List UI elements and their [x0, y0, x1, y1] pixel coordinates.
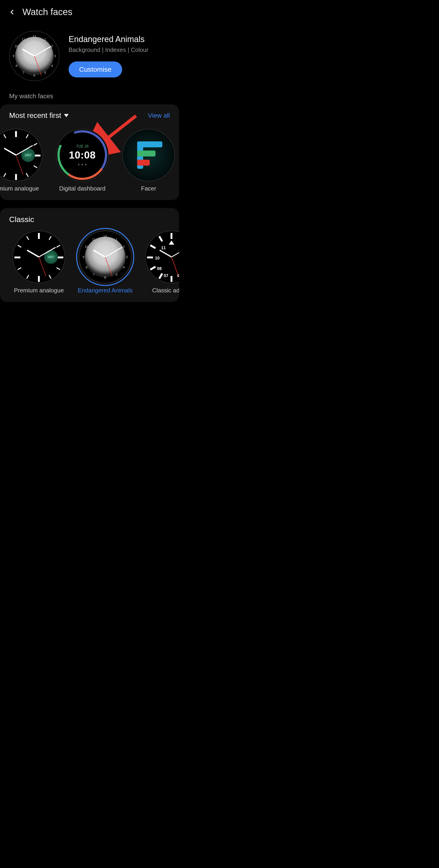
page-title: Watch faces: [22, 7, 72, 17]
watch-face-item[interactable]: Facer: [119, 129, 178, 192]
current-face-title: Endangered Animals: [68, 34, 170, 44]
current-face-subtitle: Background | Indexes | Colour: [68, 46, 170, 54]
watch-face-item[interactable]: 11 01 10 08 07 05 WED Classic advent: [142, 231, 179, 294]
watch-face-label: Digital dashboard: [59, 185, 106, 192]
my-watch-faces-label: My watch faces: [0, 90, 179, 104]
watch-face-item[interactable]: 12 1 2 3 4 5 6 7 8 9 10 11 Endangered An…: [76, 231, 135, 294]
classic-title: Classic: [0, 215, 179, 226]
my-watch-faces-panel: Most recent first View all: [0, 104, 179, 200]
watch-face-label: Premium analogue: [14, 287, 64, 294]
sort-label: Most recent first: [9, 111, 61, 120]
watch-face-item[interactable]: TUE 28 10:08 ▲ ▲ ▲ Digital dashboard: [53, 129, 112, 192]
view-all-link[interactable]: View all: [148, 112, 170, 119]
watch-face-item[interactable]: 3457 remium analogue: [0, 129, 46, 192]
facer-logo-icon: [135, 142, 162, 169]
sort-dropdown[interactable]: Most recent first: [9, 111, 68, 120]
current-face-preview[interactable]: 12 1 2 3 4 5 6 7 8 9 10 11: [9, 31, 59, 81]
classic-panel: Classic 3457: [0, 208, 179, 302]
watch-face-label: remium analogue: [0, 185, 39, 192]
back-icon[interactable]: [9, 9, 16, 15]
watch-face-item[interactable]: 3457 Premium analogue: [9, 231, 68, 294]
watch-face-label: Classic advent: [152, 287, 179, 294]
customise-button[interactable]: Customise: [68, 61, 122, 78]
watch-face-label: Facer: [141, 185, 156, 192]
current-watch-face: 12 1 2 3 4 5 6 7 8 9 10 11 Endangered An…: [0, 22, 179, 90]
chevron-down-icon: [64, 114, 68, 117]
header-bar: Watch faces: [0, 0, 179, 22]
watch-face-label: Endangered Animals: [78, 287, 133, 294]
